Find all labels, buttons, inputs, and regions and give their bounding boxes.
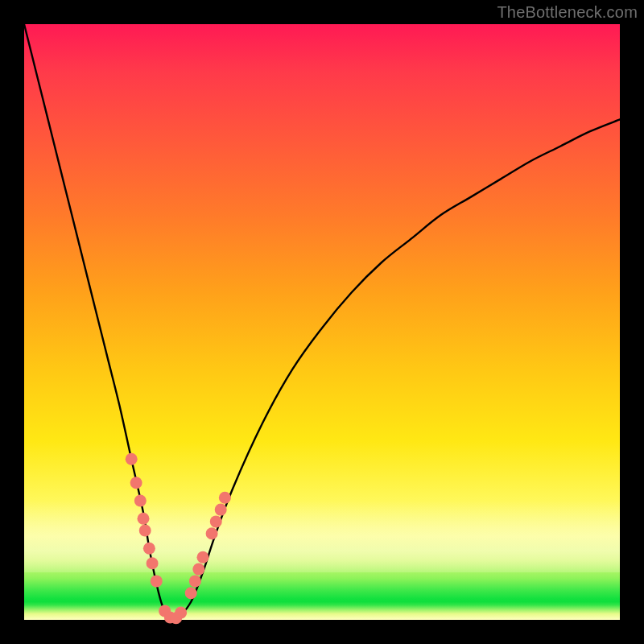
curve-marker — [143, 543, 155, 555]
curve-marker — [215, 504, 227, 516]
curve-marker — [210, 515, 222, 527]
curve-marker — [175, 607, 187, 619]
curve-marker — [219, 492, 231, 504]
curve-markers — [126, 453, 231, 625]
curve-marker — [206, 527, 218, 539]
curve-marker — [130, 477, 142, 489]
curve-marker — [126, 453, 138, 465]
curve-marker — [151, 575, 163, 587]
curve-marker — [139, 525, 151, 537]
curve-marker — [134, 495, 147, 507]
curve-marker — [147, 557, 159, 569]
curve-marker — [185, 587, 197, 599]
bottleneck-curve — [24, 24, 620, 620]
watermark-text: TheBottleneck.com — [497, 3, 638, 22]
chart-frame: TheBottleneck.com — [0, 0, 644, 644]
curve-marker — [197, 551, 209, 564]
curve-layer — [24, 24, 620, 620]
curve-marker — [192, 564, 204, 576]
curve-marker — [138, 513, 150, 525]
curve-marker — [189, 575, 201, 587]
